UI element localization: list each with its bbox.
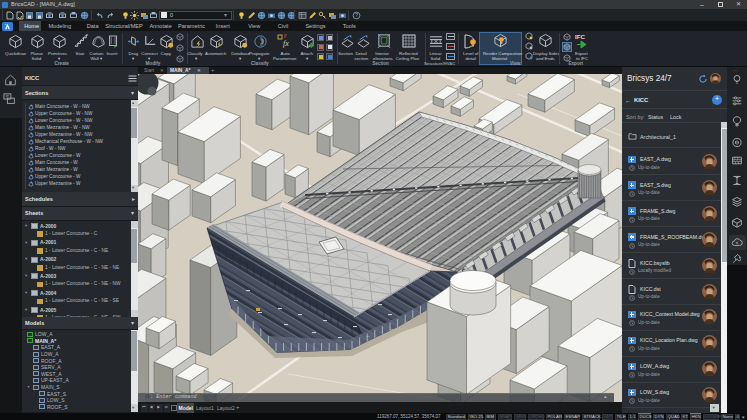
svg-text:?: ? [355, 12, 358, 18]
svg-text:fx: fx [283, 39, 289, 48]
